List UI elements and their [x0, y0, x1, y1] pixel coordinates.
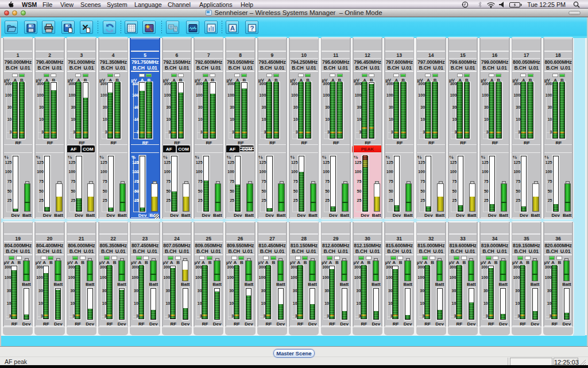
svg-text:A: A [230, 25, 235, 32]
svg-text:?: ? [250, 25, 254, 32]
